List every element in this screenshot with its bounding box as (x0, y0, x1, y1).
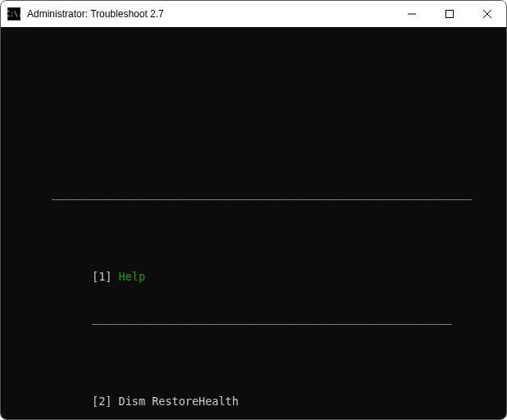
maximize-button[interactable] (431, 1, 468, 27)
divider: ________________________________________… (6, 186, 501, 200)
svg-rect-1 (446, 11, 454, 18)
menu-item-dism: [2] Dism RestoreHealth (6, 395, 501, 409)
menu-label: Help (119, 270, 146, 283)
menu-item-help: [1] Help (6, 270, 501, 284)
maximize-icon (445, 10, 454, 18)
minimize-button[interactable] (393, 1, 431, 27)
minimize-icon (408, 10, 416, 18)
terminal-body[interactable]: ________________________________________… (1, 27, 506, 419)
window-title: Administrator: Troubleshoot 2.7 (27, 8, 164, 20)
divider: ________________________________________… (6, 311, 501, 325)
menu-key: [1] (92, 270, 112, 283)
menu-label: Dism RestoreHealth (119, 395, 239, 408)
close-button[interactable] (468, 1, 506, 27)
titlebar[interactable]: C:\. Administrator: Troubleshoot 2.7 (1, 1, 506, 27)
terminal-window: C:\. Administrator: Troubleshoot 2.7 ___… (0, 0, 507, 420)
cmd-icon: C:\. (7, 7, 21, 21)
menu-key: [2] (92, 395, 112, 408)
close-icon (483, 10, 491, 18)
